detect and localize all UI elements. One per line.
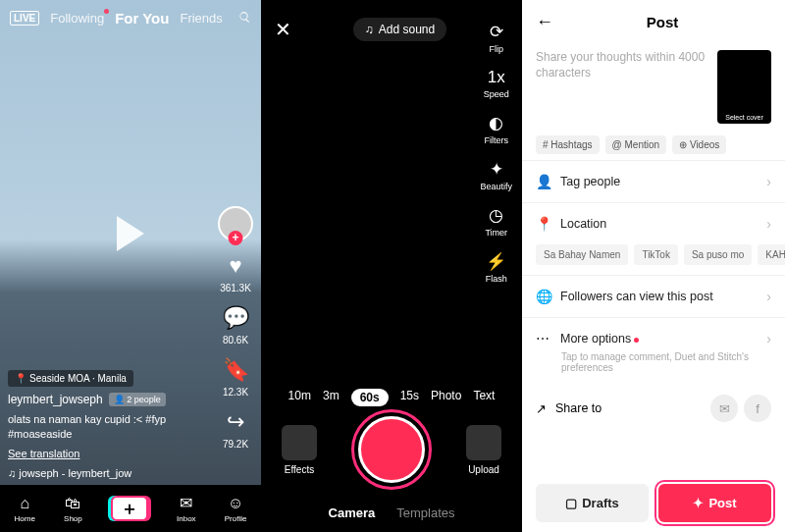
post-footer: ▢ Drafts ✦ Post [536,484,771,522]
author-avatar[interactable] [218,206,253,241]
loc-suggestion[interactable]: Sa Bahay Namen [536,244,628,265]
share-messenger-icon[interactable]: ✉ [710,395,738,422]
compose-area: Share your thoughts within 4000 characte… [522,44,785,130]
upload-button[interactable]: Upload [466,425,501,475]
flip-icon: ⟳ [490,22,503,42]
nav-inbox[interactable]: ✉Inbox [177,494,196,523]
row-visibility[interactable]: 🌐 Followers can view this post › [522,275,785,317]
chevron-right-icon: › [766,216,771,232]
globe-icon: 🌐 [536,289,551,304]
share-icon[interactable]: ↪ [227,409,244,435]
like-count: 361.3K [220,283,251,293]
nav-home[interactable]: ⌂Home [15,495,35,523]
live-badge[interactable]: LIVE [10,11,39,26]
tool-filters[interactable]: ◐Filters [484,113,508,145]
chip-hashtags[interactable]: # Hashtags [536,135,600,154]
duration-3m[interactable]: 3m [323,389,340,406]
feed-pane: LIVE Following For You Friends ♥ 361.3K … [0,0,261,532]
share-facebook-icon[interactable]: f [744,395,771,422]
home-icon: ⌂ [20,495,29,512]
tab-templates[interactable]: Templates [396,505,454,520]
share-icon: ↗ [536,401,547,416]
create-button[interactable]: ＋ [111,496,148,521]
camera-tools: ⟳Flip 1xSpeed ◐Filters ✦Beautify ◷Timer … [480,22,512,284]
compose-chips: # Hashtags @ Mention ⊕ Videos [522,130,785,160]
nav-profile[interactable]: ☺Profile [225,495,247,523]
drafts-button[interactable]: ▢ Drafts [536,484,649,522]
filters-icon: ◐ [489,113,503,133]
person-icon: 👤 [536,174,551,189]
tool-flip[interactable]: ⟳Flip [489,22,503,54]
flash-icon: ⚡ [486,251,506,272]
duration-selector: 10m 3m 60s 15s Photo Text [261,389,522,406]
tab-camera[interactable]: Camera [329,505,376,520]
page-title: Post [647,14,679,30]
caption-input[interactable]: Share your thoughts within 4000 characte… [536,50,709,124]
camera-mode-tabs: Camera Templates [261,505,522,520]
share-to-row: ↗ Share to ✉ f [522,383,785,434]
location-pill[interactable]: 📍 Seaside MOA · Manila [8,370,133,387]
chevron-right-icon: › [766,289,771,304]
share-count: 79.2K [223,439,248,450]
post-button[interactable]: ✦ Post [658,484,771,522]
author-row[interactable]: leymbert_jowseph 👤 2 people [8,393,166,406]
loc-suggestion[interactable]: KAHIT SA [758,244,785,265]
play-icon[interactable] [117,216,144,251]
beautify-icon: ✦ [490,159,503,180]
duration-15s[interactable]: 15s [400,389,419,406]
search-icon[interactable] [238,11,251,27]
author-name: leymbert_jowseph [8,393,103,406]
loc-suggestion[interactable]: TikTok [634,244,678,265]
more-options-subtitle: Tap to manage comment, Duet and Stitch's… [522,351,785,383]
add-sound-button[interactable]: ♫ Add sound [353,18,446,41]
people-pill[interactable]: 👤 2 people [109,393,166,406]
tool-flash[interactable]: ⚡Flash [486,251,507,284]
tab-following[interactable]: Following [50,11,104,26]
effects-button[interactable]: Effects [282,425,317,475]
chip-videos[interactable]: ⊕ Videos [672,135,726,154]
action-rail: ♥ 361.3K 💬 80.6K 🔖 12.3K ↪ 79.2K [218,206,253,450]
loc-suggestion[interactable]: Sa puso mo [684,244,752,265]
like-icon[interactable]: ♥ [229,253,241,279]
shop-icon: 🛍 [65,495,80,512]
effects-thumb [282,425,317,460]
close-icon[interactable]: ✕ [275,18,291,41]
comment-count: 80.6K [223,335,248,346]
chevron-right-icon: › [766,174,771,189]
ellipsis-icon: ⋯ [536,331,551,346]
save-icon[interactable]: 🔖 [223,357,249,383]
music-label[interactable]: ♫ jowseph - leymbert_jow [8,467,131,479]
duration-10m[interactable]: 10m [288,389,311,406]
tool-timer[interactable]: ◷Timer [485,205,507,238]
see-translation[interactable]: See translation [8,448,79,459]
tab-friends[interactable]: Friends [180,11,222,26]
upload-thumb [466,425,501,460]
camera-pane: ✕ ♫ Add sound ⟳Flip 1xSpeed ◐Filters ✦Be… [261,0,522,532]
post-pane: ← Post Share your thoughts within 4000 c… [522,0,785,532]
bottom-nav: ⌂Home 🛍Shop ＋ ✉Inbox ☺Profile [0,485,261,532]
row-tag-people[interactable]: 👤 Tag people › [522,160,785,202]
location-suggestions: Sa Bahay Namen TikTok Sa puso mo KAHIT S… [522,244,785,275]
save-count: 12.3K [223,387,248,398]
duration-photo[interactable]: Photo [431,389,461,406]
nav-shop[interactable]: 🛍Shop [64,495,82,523]
tab-foryou[interactable]: For You [115,10,169,27]
tool-beautify[interactable]: ✦Beautify [480,159,512,191]
chip-mention[interactable]: @ Mention [605,135,667,154]
profile-icon: ☺ [228,495,243,512]
location-icon: 📍 [536,216,551,232]
cover-selector[interactable]: Select cover [717,50,771,124]
duration-60s[interactable]: 60s [351,389,389,406]
record-button[interactable] [358,416,425,483]
chevron-right-icon: › [766,331,771,346]
timer-icon: ◷ [489,205,503,226]
feed-top-nav: LIVE Following For You Friends [0,0,261,36]
duration-text[interactable]: Text [473,389,495,406]
speed-icon: 1x [488,68,505,87]
row-location[interactable]: 📍 Location › [522,202,785,244]
post-header: ← Post [522,0,785,44]
comment-icon[interactable]: 💬 [223,305,249,331]
camera-row: Effects Upload [261,416,522,483]
tool-speed[interactable]: 1xSpeed [484,68,509,99]
back-icon[interactable]: ← [536,12,553,32]
